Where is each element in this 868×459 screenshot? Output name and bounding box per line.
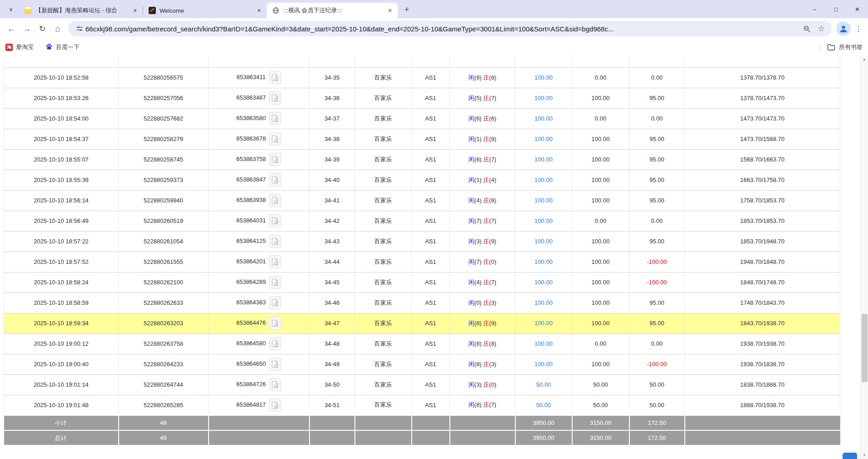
floating-action-button[interactable] [843, 453, 857, 459]
player-result: 闲 [469, 320, 474, 327]
table-row[interactable]: 2025-10-10 19:01:48 522880265285 6538648… [4, 395, 840, 415]
video-record-button[interactable] [269, 71, 281, 84]
cell-bet-amount[interactable]: 100.00 [515, 211, 572, 231]
table-row[interactable]: 2025-10-10 18:58:59 522880262633 6538643… [4, 293, 840, 313]
video-record-button[interactable] [269, 235, 281, 248]
reload-button[interactable]: ↻ [35, 21, 50, 36]
bookmark-taobao[interactable]: 淘 爱淘宝 [5, 43, 34, 51]
close-window-button[interactable]: ✕ [847, 0, 868, 18]
tab-bet-records-active[interactable]: :::视讯 会员下注纪录::: ✕ [267, 3, 398, 18]
cell-win-loss: 95.00 [629, 313, 685, 333]
video-record-button[interactable] [269, 358, 281, 371]
cell-table-round: 34-45 [309, 272, 355, 293]
cell-bet-amount[interactable]: 50.00 [515, 374, 572, 395]
table-row[interactable]: 2025-10-10 18:56:14 522880259940 6538639… [4, 190, 840, 211]
video-record-button[interactable] [269, 194, 281, 207]
table-row[interactable]: 2025-10-10 18:57:52 522880261555 6538642… [4, 252, 840, 272]
home-button[interactable]: ⌂ [50, 21, 65, 36]
tab-search-icon[interactable]: ∨ [5, 3, 17, 15]
cell-account: AS1 [412, 170, 450, 190]
cell-bet-id: 522880261555 [119, 252, 209, 272]
maximize-button[interactable]: □ [825, 0, 847, 18]
cell-win-loss: -100.00 [629, 252, 685, 272]
cell-bet-amount[interactable]: 100.00 [515, 108, 572, 129]
cell-result: 闲(1) 庄(8) [450, 129, 515, 149]
forward-button[interactable]: → [19, 21, 35, 36]
all-bookmarks-label: 所有书签 [839, 43, 863, 51]
cell-account: AS1 [412, 313, 450, 333]
cell-bet-amount[interactable]: 100.00 [515, 333, 572, 354]
cell-bet-id: 522880264744 [119, 374, 209, 395]
tab-close-icon[interactable]: ✕ [386, 6, 394, 15]
bookmark-baidu[interactable]: 百度一下 [45, 43, 80, 52]
video-record-button[interactable] [269, 255, 281, 268]
video-record-button[interactable] [269, 112, 281, 125]
forum-favicon-icon [25, 7, 32, 14]
new-tab-button[interactable]: + [400, 3, 413, 16]
cell-bet-amount[interactable]: 100.00 [515, 231, 572, 252]
scroll-down-icon[interactable]: ▼ [861, 451, 868, 459]
table-row[interactable]: 2025-10-10 18:56:49 522880260519 6538640… [4, 211, 840, 231]
cell-bet-amount[interactable]: 50.00 [515, 395, 572, 415]
cell-time: 2025-10-10 19:01:48 [4, 395, 119, 415]
table-row[interactable]: 2025-10-10 18:55:07 522880258745 6538637… [4, 149, 840, 170]
scroll-up-icon[interactable]: ▲ [861, 55, 868, 63]
cell-bet-amount[interactable]: 100.00 [515, 67, 572, 88]
video-record-button[interactable] [269, 378, 281, 391]
bookmark-star-icon[interactable]: ☆ [815, 23, 827, 35]
back-button[interactable]: ← [4, 21, 19, 36]
video-record-button[interactable] [269, 132, 281, 146]
profile-avatar[interactable] [836, 21, 851, 36]
table-row[interactable]: 2025-10-10 19:01:14 522880264744 6538647… [4, 374, 840, 395]
table-row[interactable]: 2025-10-10 18:58:24 522880262100 6538642… [4, 272, 840, 293]
cell-win-loss: 95.00 [629, 129, 685, 149]
tab-close-icon[interactable]: ✕ [255, 6, 263, 15]
table-row[interactable]: 2025-10-10 18:57:22 522880261054 6538641… [4, 231, 840, 252]
minimize-button[interactable]: – [804, 0, 825, 18]
cell-round-id: 653864289 [209, 272, 309, 293]
table-row[interactable]: 2025-10-10 18:54:00 522880257682 6538635… [4, 108, 840, 129]
video-record-button[interactable] [269, 317, 281, 330]
table-row[interactable]: 2025-10-10 19:00:40 522880264233 6538646… [4, 354, 840, 374]
tab-close-icon[interactable]: ✕ [131, 6, 139, 15]
video-record-button[interactable] [269, 173, 281, 187]
cell-bet-amount[interactable]: 100.00 [515, 149, 572, 170]
all-bookmarks-button[interactable]: 所有书签 [827, 43, 863, 51]
video-record-button[interactable] [269, 296, 281, 309]
video-record-button[interactable] [269, 153, 281, 166]
table-row[interactable]: 2025-10-10 18:55:39 522880259373 6538638… [4, 170, 840, 190]
cell-table-round: 34-37 [309, 108, 355, 129]
browser-menu-icon[interactable]: ⋮ [853, 22, 864, 35]
cell-bet-amount[interactable]: 100.00 [515, 170, 572, 190]
cell-bet-amount[interactable]: 100.00 [515, 88, 572, 108]
table-row[interactable]: 2025-10-10 18:52:58 522880256575 6538634… [4, 67, 840, 88]
table-row[interactable]: 2025-10-10 19:00:12 522880263758 6538645… [4, 333, 840, 354]
url-text[interactable]: 66cxkj98.com/game/betrecord_search/kind3… [85, 25, 798, 33]
summary-row: 小计 49 3950.00 3150.00 172.50 [4, 415, 840, 430]
cell-bet-amount[interactable]: 100.00 [515, 313, 572, 333]
scrollbar-thumb[interactable] [862, 314, 868, 382]
page-scrollbar[interactable]: ▲ ▼ [860, 55, 868, 459]
address-bar[interactable]: 66cxkj98.com/game/betrecord_search/kind3… [68, 21, 832, 36]
zoom-icon[interactable] [801, 23, 813, 35]
video-record-button[interactable] [269, 276, 281, 289]
cell-round-id: 653863580 [209, 108, 309, 129]
table-row[interactable]: 2025-10-10 18:59:34 522880263203 6538644… [4, 313, 840, 333]
cell-bet-amount[interactable]: 100.00 [515, 129, 572, 149]
tab-welcome[interactable]: Welcome ✕ [143, 3, 267, 18]
cell-balance: 1378.70/1473.70 [685, 88, 840, 108]
cell-bet-amount[interactable]: 100.00 [515, 190, 572, 211]
cell-bet-amount[interactable]: 100.00 [515, 252, 572, 272]
video-record-button[interactable] [269, 91, 281, 105]
video-record-button[interactable] [269, 337, 281, 350]
tab-forum[interactable]: 【新提醒】海燕策略论坛 - 综合 ✕ [19, 3, 143, 18]
table-row[interactable]: 2025-10-10 18:54:37 522880258279 6538636… [4, 129, 840, 149]
video-record-button[interactable] [269, 398, 281, 412]
cell-bet-amount[interactable]: 100.00 [515, 354, 572, 374]
cell-game-name: 百家乐 [355, 354, 412, 374]
cell-bet-amount[interactable]: 100.00 [515, 293, 572, 313]
cell-bet-amount[interactable]: 100.00 [515, 272, 572, 293]
site-settings-icon[interactable] [74, 23, 85, 35]
video-record-button[interactable] [269, 214, 281, 227]
table-row[interactable]: 2025-10-10 18:53:26 522880257056 6538634… [4, 88, 840, 108]
